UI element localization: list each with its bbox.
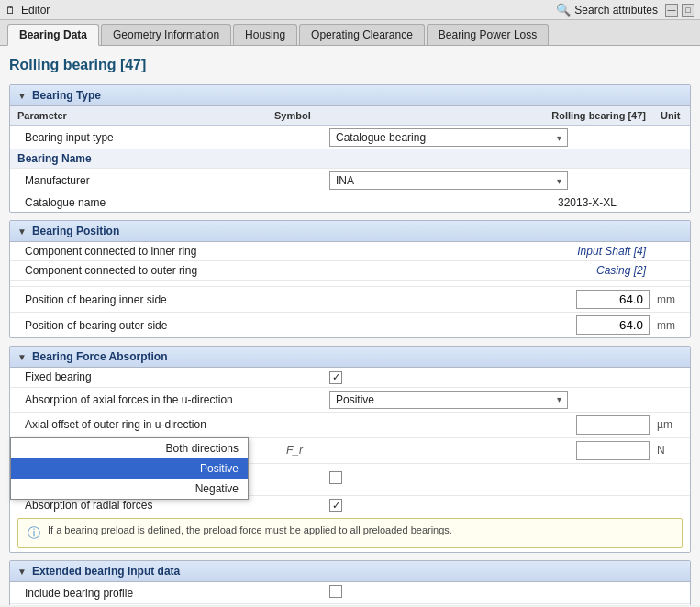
- dropdown-arrow-icon: ▾: [557, 394, 561, 404]
- bearing-input-type-dropdown[interactable]: Catalogue bearing ▾: [329, 128, 568, 147]
- radial-forces-value[interactable]: [322, 495, 653, 514]
- inner-ring-value: Input Shaft [4]: [322, 242, 653, 261]
- col-unit: Unit: [653, 106, 690, 126]
- col-value: Rolling bearing [47]: [322, 106, 653, 126]
- axial-forces-dropdown[interactable]: Positive ▾: [329, 391, 568, 409]
- include-profile-value[interactable]: [322, 582, 653, 604]
- outer-ring-symbol: [267, 261, 322, 281]
- search-label[interactable]: Search attributes: [574, 4, 658, 17]
- include-ovalization-value[interactable]: [322, 604, 653, 606]
- table-row: Manufacturer INA ▾: [10, 169, 690, 193]
- col-parameter: Parameter: [10, 106, 267, 126]
- manufacturer-unit: [653, 169, 690, 193]
- outer-ring-label: Component connected to outer ring: [10, 261, 267, 281]
- section-extended-body: Include bearing profile Include bearing …: [10, 582, 690, 605]
- maximize-button[interactable]: □: [682, 4, 694, 17]
- section-bearing-position-header[interactable]: ▼ Bearing Position: [10, 221, 690, 242]
- title-bar: 🗒 Editor 🔍 Search attributes — □: [0, 0, 700, 20]
- table-row: Component connected to outer ring Casing…: [10, 261, 690, 281]
- fixed-bearing-checkbox[interactable]: [329, 371, 342, 384]
- bearing-input-type-value[interactable]: Catalogue bearing ▾: [322, 126, 653, 150]
- axial-force-input[interactable]: [576, 441, 650, 460]
- window-controls: — □: [665, 4, 694, 17]
- dropdown-arrow-icon: ▾: [557, 133, 561, 143]
- section-bearing-position-body: Component connected to inner ring Input …: [10, 242, 690, 337]
- inner-ring-symbol: [267, 242, 322, 261]
- radial-contact-unit: [653, 463, 690, 495]
- search-area[interactable]: 🔍 Search attributes: [556, 3, 658, 17]
- tab-bearing-data[interactable]: Bearing Data: [7, 24, 99, 46]
- radial-forces-symbol: [267, 495, 322, 514]
- axial-force-value[interactable]: [322, 437, 653, 463]
- inner-side-input[interactable]: [576, 290, 650, 309]
- catalogue-name-label: Catalogue name: [10, 193, 267, 213]
- fixed-bearing-unit: [653, 368, 690, 387]
- section-bearing-position-arrow: ▼: [17, 226, 27, 237]
- tab-geometry[interactable]: Geometry Information: [101, 24, 231, 45]
- app-title: Editor: [21, 4, 50, 17]
- fixed-bearing-value[interactable]: [322, 368, 653, 387]
- section-bearing-type: ▼ Bearing Type Parameter Symbol Rolling …: [9, 84, 691, 213]
- section-bearing-type-arrow: ▼: [17, 91, 27, 101]
- section-bearing-type-label: Bearing Type: [32, 89, 101, 102]
- manufacturer-value[interactable]: INA ▾: [322, 169, 653, 193]
- section-extended-header[interactable]: ▼ Extended bearing input data: [10, 561, 690, 582]
- popup-item-positive[interactable]: Positive: [11, 458, 248, 479]
- tab-bearing-power-loss[interactable]: Bearing Power Loss: [427, 24, 549, 45]
- outer-side-input[interactable]: [576, 315, 650, 335]
- axial-forces-value[interactable]: Positive ▾: [322, 387, 653, 412]
- manufacturer-symbol: [267, 169, 322, 193]
- include-profile-symbol: [267, 582, 322, 604]
- page-title: Rolling bearing [47]: [9, 53, 691, 77]
- minimize-button[interactable]: —: [665, 4, 678, 17]
- info-icon: ⓘ: [28, 525, 40, 542]
- include-profile-checkbox[interactable]: [329, 585, 342, 598]
- axial-forces-unit: [653, 387, 690, 412]
- radial-forces-checkbox[interactable]: [329, 499, 342, 512]
- manufacturer-label: Manufacturer: [10, 169, 267, 193]
- tab-operating-clearance[interactable]: Operating Clearance: [299, 24, 425, 45]
- outer-side-value[interactable]: [322, 313, 653, 338]
- popup-item-both[interactable]: Both directions: [11, 438, 248, 458]
- table-row: Bearing input type Catalogue bearing ▾: [10, 126, 690, 150]
- section-bearing-type-header[interactable]: ▼ Bearing Type: [10, 85, 690, 106]
- fixed-bearing-symbol: [267, 368, 322, 387]
- outer-side-unit: mm: [653, 313, 690, 338]
- axial-offset-input[interactable]: [576, 415, 650, 435]
- dropdown-value: Positive: [336, 393, 374, 406]
- axial-forces-label: Absorption of axial forces in the u-dire…: [10, 387, 267, 412]
- include-profile-label: Include bearing profile: [10, 582, 267, 604]
- dropdown-arrow-icon: ▾: [557, 176, 561, 186]
- inner-side-value[interactable]: [322, 287, 653, 313]
- include-ovalization-unit: [653, 604, 690, 606]
- axial-offset-unit: µm: [653, 412, 690, 437]
- tab-housing[interactable]: Housing: [233, 24, 297, 45]
- bearing-name-header-row: Bearing Name: [10, 149, 690, 169]
- section-bearing-force-label: Bearing Force Absorption: [32, 350, 168, 363]
- app-icon: 🗒: [6, 5, 16, 16]
- table-row: Position of bearing outer side mm: [10, 313, 690, 338]
- catalogue-name-unit: [653, 193, 690, 213]
- section-extended-arrow: ▼: [17, 567, 27, 577]
- bearing-name-sub-label: Bearing Name: [10, 149, 690, 169]
- inner-side-symbol: [267, 287, 322, 313]
- outer-ring-value: Casing [2]: [322, 261, 653, 281]
- tab-bar: Bearing Data Geometry Information Housin…: [0, 20, 700, 46]
- radial-contact-checkbox[interactable]: [329, 471, 342, 484]
- col-symbol: Symbol: [267, 106, 322, 126]
- section-bearing-force: ▼ Bearing Force Absorption Fixed bearing: [9, 346, 691, 553]
- manufacturer-dropdown[interactable]: INA ▾: [329, 171, 568, 190]
- dropdown-value: Catalogue bearing: [336, 131, 426, 144]
- section-bearing-force-header[interactable]: ▼ Bearing Force Absorption: [10, 347, 690, 368]
- axial-offset-value[interactable]: Both directions Positive Negative: [322, 412, 653, 437]
- search-icon: 🔍: [556, 3, 571, 17]
- section-bearing-force-arrow: ▼: [17, 352, 27, 362]
- spacer: [10, 281, 690, 287]
- info-text: If a bearing preload is defined, the pre…: [48, 524, 452, 535]
- include-ovalization-symbol: [267, 604, 322, 606]
- radial-contact-value[interactable]: [322, 463, 653, 495]
- inner-ring-label: Component connected to inner ring: [10, 242, 267, 261]
- popup-item-negative[interactable]: Negative: [11, 479, 248, 499]
- section-bearing-position-label: Bearing Position: [32, 225, 119, 237]
- bearing-input-type-symbol: [267, 126, 322, 150]
